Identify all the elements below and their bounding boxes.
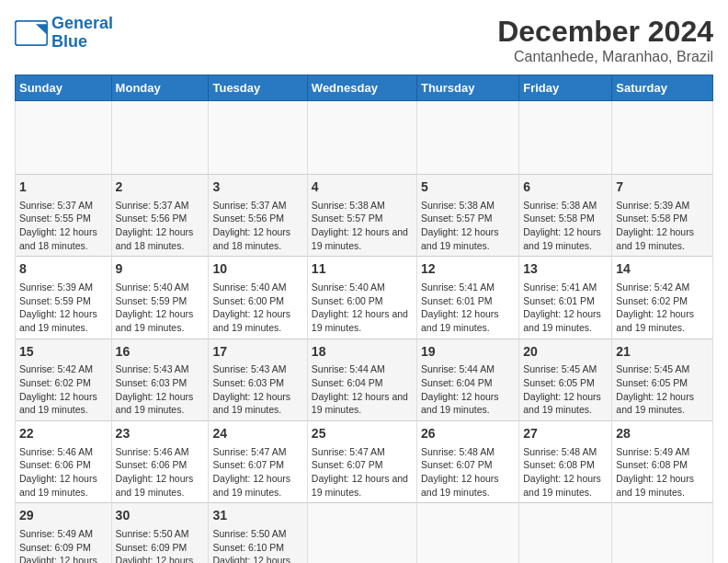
calendar-cell-4-6: 28Sunrise: 5:49 AMSunset: 6:08 PMDayligh… xyxy=(612,421,713,503)
daylight-text: Daylight: 12 hours and 19 minutes. xyxy=(212,473,290,498)
header-day-monday: Monday xyxy=(111,75,209,101)
daylight-text: Daylight: 12 hours and 19 minutes. xyxy=(312,391,408,416)
day-number: 30 xyxy=(116,507,205,525)
logo-text: General Blue xyxy=(51,15,113,52)
day-number: 20 xyxy=(523,343,608,362)
sunrise-text: Sunrise: 5:48 AM xyxy=(523,446,597,457)
sunrise-text: Sunrise: 5:50 AM xyxy=(116,528,189,539)
week-row-3: 15Sunrise: 5:42 AMSunset: 6:02 PMDayligh… xyxy=(16,339,713,420)
sunrise-text: Sunrise: 5:48 AM xyxy=(421,446,495,457)
page-header: General Blue December 2024 Cantanhede, M… xyxy=(15,15,713,65)
day-number: 22 xyxy=(19,425,108,443)
daylight-text: Daylight: 12 hours and 19 minutes. xyxy=(212,391,290,416)
daylight-text: Daylight: 12 hours and 19 minutes. xyxy=(212,555,290,563)
day-number: 31 xyxy=(212,507,302,525)
day-number: 29 xyxy=(19,507,108,525)
week-row-5: 29Sunrise: 5:49 AMSunset: 6:09 PMDayligh… xyxy=(16,503,713,563)
sunrise-text: Sunrise: 5:38 AM xyxy=(312,200,385,211)
day-number: 5 xyxy=(421,178,515,197)
week-row-0 xyxy=(16,101,713,175)
logo: General Blue xyxy=(15,15,113,52)
daylight-text: Daylight: 12 hours and 19 minutes. xyxy=(116,308,194,333)
calendar-cell-4-5: 27Sunrise: 5:48 AMSunset: 6:08 PMDayligh… xyxy=(519,421,612,503)
calendar-cell-1-3: 4Sunrise: 5:38 AMSunset: 5:57 PMDaylight… xyxy=(307,175,416,257)
day-number: 4 xyxy=(312,178,413,197)
calendar-cell-1-2: 3Sunrise: 5:37 AMSunset: 5:56 PMDaylight… xyxy=(209,175,307,257)
sunrise-text: Sunrise: 5:47 AM xyxy=(212,446,286,457)
day-number: 9 xyxy=(116,260,205,279)
sunset-text: Sunset: 5:57 PM xyxy=(421,213,493,224)
sunset-text: Sunset: 5:58 PM xyxy=(616,213,688,224)
daylight-text: Daylight: 12 hours and 19 minutes. xyxy=(523,308,601,333)
day-number: 27 xyxy=(523,425,608,443)
calendar-cell-0-4 xyxy=(416,101,518,175)
day-number: 15 xyxy=(19,343,108,362)
sunrise-text: Sunrise: 5:41 AM xyxy=(421,282,495,293)
sunset-text: Sunset: 6:06 PM xyxy=(19,459,91,470)
sunset-text: Sunset: 6:07 PM xyxy=(312,459,383,470)
daylight-text: Daylight: 12 hours and 19 minutes. xyxy=(19,473,97,498)
calendar-cell-3-3: 18Sunrise: 5:44 AMSunset: 6:04 PMDayligh… xyxy=(307,339,416,420)
sunrise-text: Sunrise: 5:44 AM xyxy=(421,363,495,374)
sunset-text: Sunset: 5:57 PM xyxy=(312,213,383,224)
sunrise-text: Sunrise: 5:45 AM xyxy=(616,363,689,374)
sunrise-text: Sunrise: 5:42 AM xyxy=(19,363,93,374)
sunrise-text: Sunrise: 5:39 AM xyxy=(616,200,689,211)
day-number: 21 xyxy=(616,343,709,362)
calendar-cell-3-6: 21Sunrise: 5:45 AMSunset: 6:05 PMDayligh… xyxy=(612,339,713,420)
calendar-cell-5-2: 31Sunrise: 5:50 AMSunset: 6:10 PMDayligh… xyxy=(209,503,307,563)
title-block: December 2024 Cantanhede, Maranhao, Braz… xyxy=(497,15,713,65)
daylight-text: Daylight: 12 hours and 19 minutes. xyxy=(312,308,408,333)
header-day-sunday: Sunday xyxy=(16,75,112,101)
day-number: 7 xyxy=(616,178,709,197)
sunrise-text: Sunrise: 5:47 AM xyxy=(312,446,385,457)
daylight-text: Daylight: 12 hours and 19 minutes. xyxy=(116,473,194,498)
sunrise-text: Sunrise: 5:49 AM xyxy=(616,446,689,457)
sunset-text: Sunset: 5:58 PM xyxy=(523,213,595,224)
sunset-text: Sunset: 6:02 PM xyxy=(19,377,91,388)
daylight-text: Daylight: 12 hours and 19 minutes. xyxy=(421,473,499,498)
sunrise-text: Sunrise: 5:46 AM xyxy=(19,446,93,457)
sunrise-text: Sunrise: 5:37 AM xyxy=(19,200,93,211)
sunrise-text: Sunrise: 5:40 AM xyxy=(312,282,385,293)
calendar-cell-3-0: 15Sunrise: 5:42 AMSunset: 6:02 PMDayligh… xyxy=(16,339,112,420)
daylight-text: Daylight: 12 hours and 19 minutes. xyxy=(312,473,408,498)
sunrise-text: Sunrise: 5:40 AM xyxy=(212,282,286,293)
calendar-cell-0-1 xyxy=(111,101,209,175)
sunset-text: Sunset: 6:09 PM xyxy=(116,542,188,553)
calendar-cell-0-0 xyxy=(16,101,112,175)
day-number: 3 xyxy=(212,178,302,197)
daylight-text: Daylight: 12 hours and 19 minutes. xyxy=(421,308,499,333)
day-number: 25 xyxy=(312,425,413,443)
header-day-tuesday: Tuesday xyxy=(209,75,307,101)
sunrise-text: Sunrise: 5:40 AM xyxy=(116,282,189,293)
header-row: SundayMondayTuesdayWednesdayThursdayFrid… xyxy=(16,75,713,101)
calendar-cell-1-4: 5Sunrise: 5:38 AMSunset: 5:57 PMDaylight… xyxy=(416,175,518,257)
calendar-cell-4-3: 25Sunrise: 5:47 AMSunset: 6:07 PMDayligh… xyxy=(307,421,416,503)
daylight-text: Daylight: 12 hours and 19 minutes. xyxy=(523,391,601,416)
sunset-text: Sunset: 6:05 PM xyxy=(616,377,688,388)
sunset-text: Sunset: 6:07 PM xyxy=(212,459,284,470)
sunset-text: Sunset: 5:55 PM xyxy=(19,213,91,224)
sunrise-text: Sunrise: 5:37 AM xyxy=(212,200,286,211)
calendar-cell-4-4: 26Sunrise: 5:48 AMSunset: 6:07 PMDayligh… xyxy=(416,421,518,503)
sunset-text: Sunset: 6:04 PM xyxy=(312,377,383,388)
day-number: 2 xyxy=(116,178,205,197)
daylight-text: Daylight: 12 hours and 19 minutes. xyxy=(616,308,694,333)
logo-icon xyxy=(15,20,48,46)
daylight-text: Daylight: 12 hours and 19 minutes. xyxy=(616,473,694,498)
calendar-cell-0-5 xyxy=(519,101,612,175)
calendar-cell-4-0: 22Sunrise: 5:46 AMSunset: 6:06 PMDayligh… xyxy=(16,421,112,503)
sunset-text: Sunset: 6:09 PM xyxy=(19,542,91,553)
day-number: 19 xyxy=(421,343,515,362)
calendar-cell-1-0: 1Sunrise: 5:37 AMSunset: 5:55 PMDaylight… xyxy=(16,175,112,257)
daylight-text: Daylight: 12 hours and 19 minutes. xyxy=(19,391,97,416)
calendar-cell-3-5: 20Sunrise: 5:45 AMSunset: 6:05 PMDayligh… xyxy=(519,339,612,420)
header-day-friday: Friday xyxy=(519,75,612,101)
daylight-text: Daylight: 12 hours and 19 minutes. xyxy=(212,308,290,333)
day-number: 10 xyxy=(212,260,302,279)
calendar-cell-2-6: 14Sunrise: 5:42 AMSunset: 6:02 PMDayligh… xyxy=(612,257,713,339)
sunset-text: Sunset: 6:06 PM xyxy=(116,459,188,470)
day-number: 28 xyxy=(616,425,709,443)
sunrise-text: Sunrise: 5:43 AM xyxy=(212,363,286,374)
